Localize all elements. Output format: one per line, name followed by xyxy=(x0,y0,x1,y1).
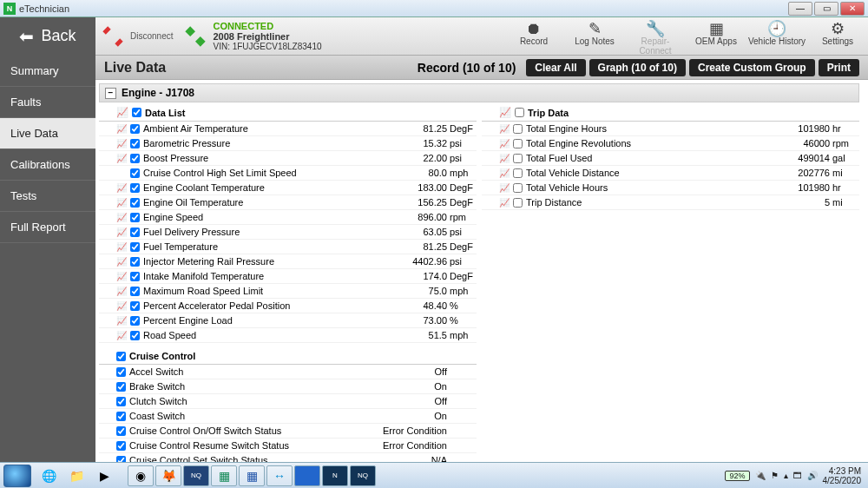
taskbar-ie-icon[interactable]: 🌐 xyxy=(36,465,62,486)
row-checkbox[interactable] xyxy=(116,412,126,421)
taskbar-excel-icon[interactable]: ▦ xyxy=(211,465,237,486)
toolbar-log-notes[interactable]: ✎Log Notes xyxy=(564,17,625,56)
row-checkbox[interactable] xyxy=(130,124,140,134)
group-data-list[interactable]: 📈 Data List xyxy=(99,104,477,122)
sidebar-item-summary[interactable]: Summary xyxy=(0,56,95,87)
taskbar-app2-icon[interactable]: N xyxy=(322,465,348,486)
collapse-icon[interactable]: − xyxy=(105,88,116,99)
clock[interactable]: 4:23 PM 4/25/2020 xyxy=(823,466,865,485)
graph-icon[interactable]: 📈 xyxy=(116,331,127,340)
battery-indicator[interactable]: 92% xyxy=(725,471,749,481)
graph-icon[interactable]: 📈 xyxy=(499,107,511,118)
group-title: Trip Data xyxy=(528,108,569,118)
taskbar-app3-icon[interactable]: NQ xyxy=(350,465,376,486)
header-create-custom-group-button[interactable]: Create Custom Group xyxy=(689,59,815,76)
header-clear-all-button[interactable]: Clear All xyxy=(526,59,585,76)
tray-network-icon[interactable]: 🗔 xyxy=(793,471,802,480)
graph-icon[interactable]: 📈 xyxy=(499,124,510,134)
taskbar-chrome-icon[interactable]: ◉ xyxy=(128,465,154,486)
row-checkbox[interactable] xyxy=(130,331,140,340)
row-checkbox[interactable] xyxy=(116,426,126,436)
back-button[interactable]: ⬅ Back xyxy=(0,17,95,56)
graph-icon[interactable]: 📈 xyxy=(116,287,127,296)
close-button[interactable]: ✕ xyxy=(840,2,865,16)
header-graph-of--button[interactable]: Graph (10 of 10) xyxy=(589,59,686,76)
graph-icon[interactable]: 📈 xyxy=(499,139,510,148)
row-checkbox[interactable] xyxy=(130,183,140,193)
graph-icon[interactable]: 📈 xyxy=(116,242,127,252)
disconnect-button[interactable]: Disconnect xyxy=(95,24,178,49)
taskbar-teamviewer-icon[interactable]: ↔ xyxy=(266,465,293,486)
toolbar-glyph-icon: 🕘 xyxy=(746,21,807,36)
row-checkbox[interactable] xyxy=(513,139,523,148)
row-checkbox[interactable] xyxy=(116,397,126,406)
toolbar-oem-apps[interactable]: ▦OEM Apps xyxy=(686,17,746,56)
group-checkbox[interactable] xyxy=(132,108,141,117)
graph-icon[interactable]: 📈 xyxy=(499,183,510,193)
graph-icon[interactable]: 📈 xyxy=(116,124,127,134)
tray-flag-icon[interactable]: ⚑ xyxy=(771,471,779,480)
maximize-button[interactable]: ▭ xyxy=(814,2,838,16)
row-checkbox[interactable] xyxy=(116,382,126,392)
sidebar-item-faults[interactable]: Faults xyxy=(0,87,95,118)
group-cruise[interactable]: Cruise Control xyxy=(99,348,477,365)
graph-icon[interactable]: 📈 xyxy=(116,183,127,193)
row-checkbox[interactable] xyxy=(130,168,140,178)
row-checkbox[interactable] xyxy=(513,154,523,163)
row-checkbox[interactable] xyxy=(513,198,523,208)
row-checkbox[interactable] xyxy=(130,139,140,148)
row-checkbox[interactable] xyxy=(130,316,140,326)
toolbar-settings[interactable]: ⚙Settings xyxy=(807,17,868,56)
tray-chevron-icon[interactable]: ▴ xyxy=(784,471,788,480)
taskbar-app1-icon[interactable] xyxy=(294,465,320,486)
section-header[interactable]: − Engine - J1708 xyxy=(99,83,859,102)
row-checkbox[interactable] xyxy=(513,168,523,178)
sidebar-item-full-report[interactable]: Full Report xyxy=(0,212,95,243)
graph-icon[interactable]: 📈 xyxy=(116,228,127,237)
taskbar-word-icon[interactable]: ▦ xyxy=(239,465,265,486)
row-checkbox[interactable] xyxy=(130,257,140,267)
taskbar-firefox-icon[interactable]: 🦊 xyxy=(155,465,181,486)
row-checkbox[interactable] xyxy=(513,124,523,134)
row-checkbox[interactable] xyxy=(130,228,140,237)
minimize-button[interactable]: — xyxy=(788,2,812,16)
graph-icon[interactable]: 📈 xyxy=(116,301,127,311)
sidebar-item-calibrations[interactable]: Calibrations xyxy=(0,149,95,181)
taskbar-media-icon[interactable]: ▶ xyxy=(91,465,117,486)
graph-icon[interactable]: 📈 xyxy=(116,139,127,148)
graph-icon[interactable]: 📈 xyxy=(116,154,127,163)
header-print-button[interactable]: Print xyxy=(819,59,859,76)
graph-icon[interactable]: 📈 xyxy=(116,213,127,222)
row-checkbox[interactable] xyxy=(116,456,126,463)
toolbar-vehicle-history[interactable]: 🕘Vehicle History xyxy=(746,17,807,56)
row-checkbox[interactable] xyxy=(130,154,140,163)
taskbar-explorer-icon[interactable]: 📁 xyxy=(63,465,89,486)
group-checkbox[interactable] xyxy=(515,108,524,117)
taskbar-nexiq-icon[interactable]: NQ xyxy=(183,465,209,486)
graph-icon[interactable]: 📈 xyxy=(116,257,127,267)
start-button[interactable] xyxy=(3,465,31,487)
graph-icon[interactable]: 📈 xyxy=(116,316,127,326)
graph-icon[interactable]: 📈 xyxy=(499,168,510,178)
row-checkbox[interactable] xyxy=(130,287,140,296)
row-checkbox[interactable] xyxy=(116,367,126,377)
row-checkbox[interactable] xyxy=(130,198,140,208)
sidebar-item-tests[interactable]: Tests xyxy=(0,181,95,212)
toolbar-record[interactable]: ⏺Record xyxy=(503,17,564,56)
row-checkbox[interactable] xyxy=(130,242,140,252)
graph-icon[interactable]: 📈 xyxy=(499,198,510,208)
row-checkbox[interactable] xyxy=(130,301,140,311)
group-trip[interactable]: 📈 Trip Data xyxy=(482,104,859,122)
row-unit: mi xyxy=(830,197,856,208)
row-checkbox[interactable] xyxy=(130,272,140,281)
group-checkbox[interactable] xyxy=(116,352,126,361)
row-checkbox[interactable] xyxy=(130,213,140,222)
graph-icon[interactable]: 📈 xyxy=(499,154,510,163)
row-checkbox[interactable] xyxy=(513,183,523,193)
row-checkbox[interactable] xyxy=(116,441,126,451)
sidebar-item-live-data[interactable]: Live Data xyxy=(0,118,95,149)
tray-sound-icon[interactable]: 🔊 xyxy=(807,471,818,480)
graph-icon[interactable]: 📈 xyxy=(116,198,127,208)
graph-icon[interactable]: 📈 xyxy=(116,272,127,281)
graph-icon[interactable]: 📈 xyxy=(116,107,128,118)
